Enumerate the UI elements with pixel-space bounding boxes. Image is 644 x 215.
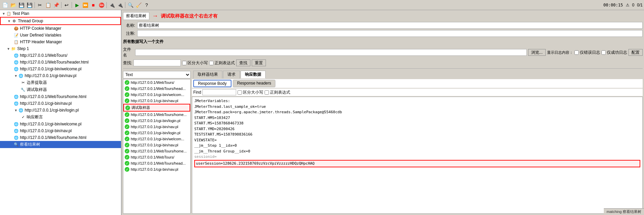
tree-item-step1[interactable]: ▼ 📁 Step 1 [0,45,121,52]
result-icon-r14: ✓ [125,167,129,172]
config-button[interactable]: 配置 [628,49,643,56]
comment-input[interactable] [137,30,643,37]
error-log-checkbox-label: 仅错误日志 [574,50,600,55]
new-btn[interactable]: 📄 [1,1,9,9]
find-regex-checkbox[interactable] [265,90,269,95]
stop-btn[interactable]: ■ [90,1,97,9]
warning-count: 0 [632,3,635,7]
expander-test-plan[interactable]: ▼ [1,11,6,16]
result-item-debug[interactable]: ✓ 调试取样器 [123,104,190,112]
tab-sampler-results[interactable]: 取样器结果 [193,71,222,78]
all-data-title: 所有数据写入一个文件 [123,38,643,45]
tree-item-url9[interactable]: 🌐 http://127.0.0.1/cgi-bin/nav.pl [0,127,121,134]
subtab-response-body[interactable]: Response Body [193,80,231,87]
result-item-r6[interactable]: ✓ http://127.0.0.1/cgi-bin/login.pl [123,118,190,124]
result-item-r11[interactable]: ✓ http://127.0.0.1/WebTours/home... [123,148,190,154]
result-item-r8[interactable]: ✓ http://127.0.0.1/cgi-bin/login.pl [123,130,190,136]
name-input[interactable] [137,22,643,29]
label-assertion: 响应断言 [27,114,43,120]
result-item-r2[interactable]: ✓ http://127.0.0.1/WebTours/head... [123,86,190,92]
result-label-r7: http://127.0.0.1/cgi-bin/nav.pl [131,125,178,129]
error-log-checkbox[interactable] [574,50,579,55]
tree-item-url5[interactable]: 🌐 http://127.0.0.1/WebTours/home.html [0,93,121,100]
success-log-label: 仅成功日志 [607,50,627,55]
tree-item-url2[interactable]: 🌐 http://127.0.0.1/WebTours/header.html [0,59,121,66]
tree-item-url3[interactable]: 🌐 http://127.0.0.1/cgi-bin/welcome.pl [0,66,121,72]
tree-item-url1[interactable]: 🌐 http://127.0.0.1/WebTours/ [0,52,121,59]
format-selector[interactable]: Text RegExp Tester CSS/JQuery Tester XPa… [123,71,191,78]
expander-url7[interactable]: ▼ [14,108,18,113]
content-line-3: JMeterThread.pack=org.apache.jmeter.thre… [194,110,640,115]
tree-item-url4[interactable]: ▼ 🌐 http://127.0.0.1/cgi-bin/nav.pl [0,72,121,79]
tree-item-debug-sampler[interactable]: 🔧 调试取样器 [0,86,121,93]
result-item-r7[interactable]: ✓ http://127.0.0.1/cgi-bin/nav.pl [123,124,190,130]
result-item-r3[interactable]: ✓ http://127.0.0.1/cgi-bin/welcom... [123,92,190,98]
save-all-btn[interactable]: 💾 [26,1,33,9]
file-input[interactable] [135,49,527,56]
tab-response-data[interactable]: 响应数据 [241,71,266,78]
result-item-r14[interactable]: ✓ http://127.0.0.1/cgi-bin/nav.pl [123,166,190,172]
tab-request[interactable]: 请求 [223,71,240,78]
stop-now-btn[interactable]: ⛔ [98,1,105,9]
copy-btn[interactable]: 📋 [44,1,52,9]
save-btn[interactable]: 💾 [18,1,25,9]
result-item-r12[interactable]: ✓ http://127.0.0.1/WebTours/ [123,154,190,160]
reset-button[interactable]: 重置 [252,59,266,66]
label-user-defined: User Defined Variables [20,33,61,38]
result-item-r4[interactable]: ✓ http://127.0.0.1/cgi-bin/nav.pl [123,98,190,104]
icon-url7: 🌐 [18,108,24,113]
result-item-r13[interactable]: ✓ http://127.0.0.1/WebTours/head... [123,160,190,166]
result-label-r9: http://127.0.0.1/cgi-bin/welcom... [131,137,184,141]
subtab-response-headers[interactable]: Response headers [233,80,276,87]
result-item-r5[interactable]: ✓ http://127.0.0.1/WebTours/home... [123,112,190,118]
success-log-checkbox[interactable] [601,50,606,55]
help-btn[interactable]: ? [143,1,150,9]
display-log-label: 显示日志内容： [547,50,573,55]
clear-btn[interactable]: 🧹 [135,1,142,9]
tree-item-http-cookie[interactable]: 🍪 HTTP Cookie Manager [0,25,121,32]
run-btn[interactable]: ▶ [73,1,81,9]
find-case-checkbox[interactable] [238,90,242,95]
tree-item-user-defined[interactable]: 📝 User Defined Variables [0,32,121,39]
result-item-r9[interactable]: ✓ http://127.0.0.1/cgi-bin/welcom... [123,136,190,142]
find-button[interactable]: 查找 [236,59,250,66]
expander-step1[interactable]: ▼ [6,46,11,51]
result-item-r1[interactable]: ✓ http://127.0.0.1/WebTours/ [123,79,190,86]
tree-item-listener[interactable]: 🔍 察看结果树 [0,141,121,148]
tree-item-boundary[interactable]: ✂ 边界提取器 [0,79,121,86]
label-url2: http://127.0.0.1/WebTours/header.html [20,60,89,65]
tree-item-thread-group[interactable]: ▼ ⚙ Thread Group [0,17,121,25]
search-input[interactable] [133,59,181,66]
label-url5: http://127.0.0.1/WebTours/home.html [20,94,86,99]
expander-thread-group[interactable]: ▼ [7,19,11,23]
icon-url5: 🌐 [14,94,19,99]
open-btn[interactable]: 📂 [9,1,17,9]
paste-btn[interactable]: 📌 [52,1,60,9]
search-toolbar-btn[interactable]: 🔍 [127,1,134,9]
result-icon-r12: ✓ [125,155,129,160]
undo-btn[interactable]: ↩ [63,1,70,9]
tree-item-url6[interactable]: 🌐 http://127.0.0.1/cgi-bin/nav.pl [0,100,121,107]
tree-item-url8[interactable]: 🌐 http://127.0.0.1/cgi-bin/welcome.pl [0,121,121,127]
result-item-r10[interactable]: ✓ http://127.0.0.1/cgi-bin/nav.pl [123,142,190,148]
regex-checkbox[interactable] [209,61,214,65]
browse-button[interactable]: 浏览... [528,49,546,56]
remote-stop-btn[interactable]: 🔌 [116,1,124,9]
label-url8: http://127.0.0.1/cgi-bin/welcome.pl [20,122,81,126]
result-label-r8: http://127.0.0.1/cgi-bin/login.pl [131,131,180,135]
name-label: 名称: [123,23,135,28]
case-checkbox[interactable] [182,61,187,65]
cut-btn[interactable]: ✂ [36,1,44,9]
expander-url4[interactable]: ▼ [14,73,18,78]
tree-item-http-header[interactable]: 📋 HTTP Header Manager [0,39,121,45]
tree-item-assertion[interactable]: ✓ 响应断言 [0,114,121,121]
run-all-btn[interactable]: ⏩ [81,1,89,9]
tree-item-test-plan[interactable]: ▼ 📋 Test Plan [0,10,121,17]
find-input[interactable] [202,89,236,95]
sep4 [106,2,107,8]
tree-item-url10[interactable]: 🌐 http://127.0.0.1/WebTours/home.html [0,134,121,141]
remote-btn[interactable]: 🔌 [108,1,116,9]
result-label-r4: http://127.0.0.1/cgi-bin/nav.pl [131,99,178,103]
label-url9: http://127.0.0.1/cgi-bin/nav.pl [20,128,72,133]
tree-item-url7[interactable]: ▼ 🌐 http://127.0.0.1/cgi-bin/login.pl [0,107,121,114]
